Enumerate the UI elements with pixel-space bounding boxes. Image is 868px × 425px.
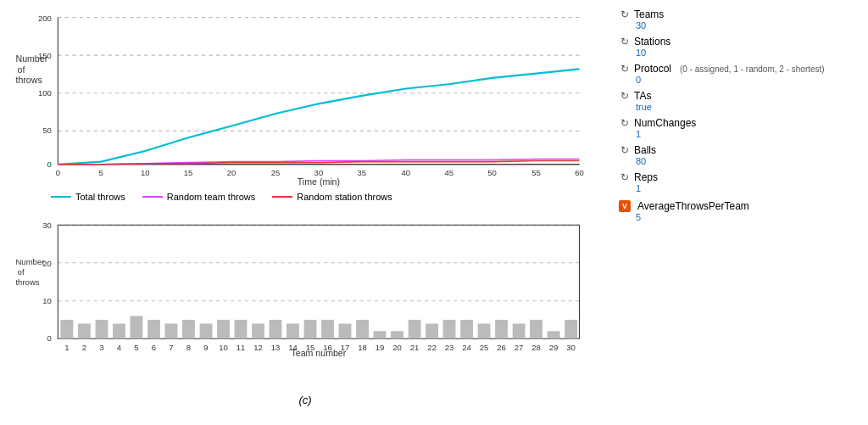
bar-8 xyxy=(182,320,195,338)
legend-line-red xyxy=(272,196,292,198)
refresh-icon-stations[interactable]: ↻ xyxy=(619,36,631,48)
bar-16 xyxy=(321,320,334,338)
svg-text:18: 18 xyxy=(358,343,367,352)
bar-9 xyxy=(200,323,213,338)
svg-text:0: 0 xyxy=(47,334,52,344)
bar-15 xyxy=(304,320,317,338)
refresh-icon-tas[interactable]: ↻ xyxy=(619,90,631,102)
bar-12 xyxy=(252,323,264,338)
param-teams-value: 30 xyxy=(636,20,860,31)
param-teams-name: Teams xyxy=(634,8,664,20)
param-tas-name: TAs xyxy=(634,90,651,102)
bar-25 xyxy=(478,323,491,338)
svg-text:2: 2 xyxy=(82,343,86,352)
bar-26 xyxy=(495,320,508,338)
svg-text:150: 150 xyxy=(38,51,52,60)
svg-text:30: 30 xyxy=(42,221,52,230)
param-protocol-header: ↻ Protocol (0 - assigned, 1 - random, 2 … xyxy=(619,63,860,75)
svg-text:24: 24 xyxy=(462,343,471,352)
refresh-icon-teams[interactable]: ↻ xyxy=(619,8,631,20)
param-tas-value: true xyxy=(636,102,860,112)
right-panel: ↻ Teams 30 ↻ Stations 10 ↻ Protocol (0 -… xyxy=(610,0,868,425)
bar-14 xyxy=(287,323,299,338)
param-numchanges-value: 1 xyxy=(636,129,860,139)
svg-text:0: 0 xyxy=(47,159,52,169)
svg-text:28: 28 xyxy=(531,343,541,352)
svg-text:25: 25 xyxy=(271,168,281,177)
legend-random-team-label: Random team throws xyxy=(167,192,256,202)
refresh-icon-numchanges[interactable]: ↻ xyxy=(619,117,631,129)
legend-line-cyan xyxy=(51,196,71,198)
svg-text:4: 4 xyxy=(117,343,121,352)
param-numchanges-name: NumChanges xyxy=(634,117,696,129)
param-numchanges-header: ↻ NumChanges xyxy=(619,117,860,129)
bar-11 xyxy=(235,320,248,338)
svg-text:40: 40 xyxy=(401,168,410,177)
bar-y-label3: throws xyxy=(15,278,39,288)
line-chart-svg: Number of throws 0 50 100 150 200 0 5 10 xyxy=(8,8,602,187)
svg-text:200: 200 xyxy=(38,14,52,23)
bar-7 xyxy=(165,323,178,338)
svg-text:7: 7 xyxy=(169,343,173,352)
bar-13 xyxy=(270,320,282,338)
param-protocol: ↻ Protocol (0 - assigned, 1 - random, 2 … xyxy=(619,63,860,85)
chart-caption: (c) xyxy=(8,394,602,406)
param-avg-header: V AverageThrowsPerTeam xyxy=(619,200,860,212)
svg-text:100: 100 xyxy=(38,88,52,98)
line-chart-container: Number of throws 0 50 100 150 200 0 5 10 xyxy=(8,8,602,212)
caption-text: (c) xyxy=(298,394,311,406)
param-reps: ↻ Reps 1 xyxy=(619,171,860,193)
svg-text:19: 19 xyxy=(376,343,385,352)
svg-text:20: 20 xyxy=(392,343,402,352)
svg-text:10: 10 xyxy=(42,296,52,305)
svg-text:8: 8 xyxy=(186,343,191,352)
param-reps-value: 1 xyxy=(636,183,860,193)
param-stations: ↻ Stations 10 xyxy=(619,36,860,58)
bar-4 xyxy=(113,323,125,338)
param-stations-header: ↻ Stations xyxy=(619,36,860,48)
bar-18 xyxy=(356,320,369,338)
svg-text:35: 35 xyxy=(358,168,367,177)
refresh-icon-balls[interactable]: ↻ xyxy=(619,144,631,156)
param-balls-name: Balls xyxy=(634,144,656,156)
refresh-icon-reps[interactable]: ↻ xyxy=(619,171,631,183)
param-teams-header: ↻ Teams xyxy=(619,8,860,20)
legend-total-label: Total throws xyxy=(75,192,125,202)
bar-24 xyxy=(460,320,473,338)
bar-5 xyxy=(131,316,143,339)
param-avg-name: AverageThrowsPerTeam xyxy=(637,200,749,212)
svg-text:25: 25 xyxy=(480,343,489,352)
v-icon-avg: V xyxy=(619,200,631,212)
svg-text:13: 13 xyxy=(271,343,281,352)
svg-text:1: 1 xyxy=(64,343,69,352)
svg-text:50: 50 xyxy=(487,168,497,177)
bar-6 xyxy=(147,320,160,338)
legend-random-team: Random team throws xyxy=(142,192,256,202)
bar-3 xyxy=(96,320,108,338)
param-avg: V AverageThrowsPerTeam 5 xyxy=(619,200,860,222)
line-y-axis-label3: throws xyxy=(15,75,42,85)
svg-text:60: 60 xyxy=(575,168,584,177)
svg-text:30: 30 xyxy=(566,343,576,352)
svg-text:29: 29 xyxy=(549,343,559,352)
total-throws-line xyxy=(58,69,579,164)
param-numchanges: ↻ NumChanges 1 xyxy=(619,117,860,139)
svg-text:20: 20 xyxy=(42,259,52,268)
svg-text:0: 0 xyxy=(56,168,60,177)
bar-20 xyxy=(391,331,403,338)
bar-27 xyxy=(513,323,526,338)
bar-chart-svg: Number of throws 0 10 20 30 xyxy=(8,221,602,356)
bar-28 xyxy=(530,320,542,338)
bar-22 xyxy=(426,323,438,338)
bar-19 xyxy=(374,331,387,338)
bar-1 xyxy=(61,320,74,338)
param-protocol-name: Protocol xyxy=(634,63,671,75)
svg-text:5: 5 xyxy=(99,168,103,177)
bar-2 xyxy=(78,323,91,338)
refresh-icon-protocol[interactable]: ↻ xyxy=(619,63,631,75)
svg-text:45: 45 xyxy=(444,168,453,177)
bar-21 xyxy=(409,320,421,338)
param-reps-name: Reps xyxy=(634,171,658,183)
param-tas-header: ↻ TAs xyxy=(619,90,860,102)
svg-text:55: 55 xyxy=(531,168,541,177)
